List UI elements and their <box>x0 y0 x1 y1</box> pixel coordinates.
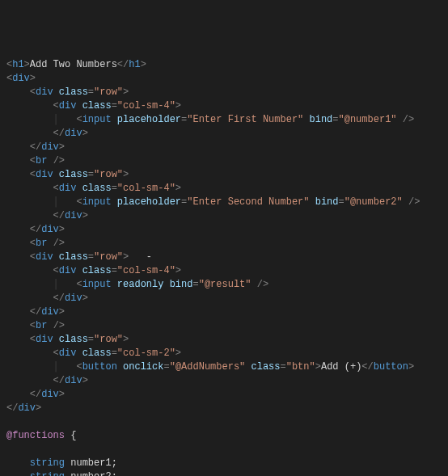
code-line: <br /> <box>6 154 442 168</box>
code-line: </div> <box>6 209 442 223</box>
code-line: │ <button onclick="@AddNumbers" class="b… <box>6 360 442 374</box>
code-line: </div> <box>6 141 442 154</box>
code-line <box>6 443 442 457</box>
code-line: <div class="row"> <box>6 168 442 182</box>
code-line: <div class="row"> <box>6 333 442 347</box>
code-line: </div> <box>6 388 442 402</box>
code-line: <div class="col-sm-4"> <box>6 264 442 278</box>
code-line: </div> <box>6 402 442 415</box>
code-line <box>6 415 442 429</box>
code-line: <div class="col-sm-4"> <box>6 182 442 196</box>
code-line: <br /> <box>6 237 442 251</box>
code-line: string number1; <box>6 457 442 470</box>
code-line: </div> <box>6 374 442 388</box>
code-line: </div> <box>6 127 442 141</box>
code-line: string number2; <box>6 470 442 476</box>
code-line: <div> <box>6 72 442 86</box>
code-line: │ <input placeholder="Enter Second Numbe… <box>6 196 442 209</box>
code-line: </div> <box>6 292 442 305</box>
code-line: </div> <box>6 223 442 237</box>
code-line: <div class="col-sm-2"> <box>6 347 442 360</box>
code-line: <div class="col-sm-4"> <box>6 99 442 113</box>
code-line: <div class="row"> - <box>6 251 442 264</box>
code-line: </div> <box>6 305 442 319</box>
code-line: │ <input readonly bind="@result" /> <box>6 278 442 292</box>
h1-content: Add Two Numbers <box>30 59 117 70</box>
code-line: <h1>Add Two Numbers</h1> <box>6 58 442 72</box>
code-editor[interactable]: <h1>Add Two Numbers</h1><div> <div class… <box>6 58 442 476</box>
code-line: <br /> <box>6 319 442 333</box>
code-line: <div class="row"> <box>6 86 442 99</box>
code-line: │ <input placeholder="Enter First Number… <box>6 113 442 127</box>
code-line: @functions { <box>6 429 442 443</box>
